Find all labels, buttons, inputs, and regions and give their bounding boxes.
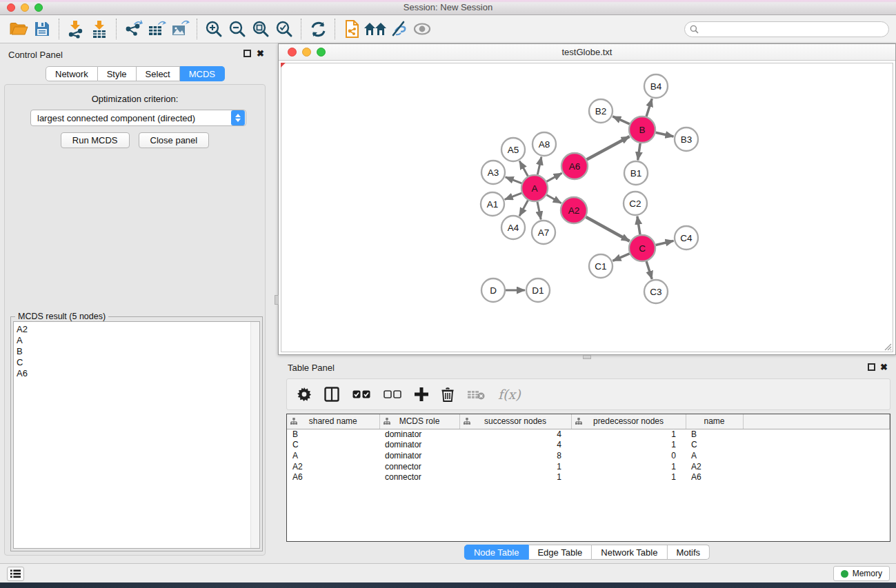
node-B[interactable]: B [629, 116, 655, 143]
table-row[interactable]: A2connector11A2 [287, 461, 890, 472]
result-item[interactable]: A2 [17, 324, 259, 335]
table-row[interactable]: Adominator80A [287, 450, 890, 461]
edge-B-B4[interactable] [646, 99, 652, 116]
deselect-all-button[interactable] [384, 390, 401, 399]
table-cell[interactable]: A6 [287, 472, 379, 483]
table-cell[interactable]: 1 [571, 440, 686, 451]
tab-edge-table[interactable]: Edge Table [528, 545, 592, 560]
float-panel-icon[interactable] [868, 363, 875, 371]
column-header-MCDS-role[interactable]: MCDS role [379, 414, 459, 429]
tab-select[interactable]: Select [137, 66, 180, 81]
column-header-name[interactable]: name [686, 414, 743, 429]
node-A2[interactable]: A2 [561, 197, 587, 223]
edge-A6-B[interactable] [587, 136, 630, 159]
network-canvas[interactable]: B4B2BB3A8A5A6A3B1AC2A1A2A4A7C4CC1C3DD1 [281, 63, 893, 352]
table-cell[interactable]: 8 [459, 450, 571, 461]
node-B4[interactable]: B4 [644, 74, 668, 98]
node-C4[interactable]: C4 [675, 226, 698, 250]
table-cell[interactable]: 1 [571, 429, 686, 440]
edge-B-B3[interactable] [656, 132, 674, 136]
table-row[interactable]: A6connector11A6 [287, 472, 890, 483]
edge-A-A2[interactable] [546, 195, 561, 203]
table-cell[interactable]: A6 [686, 472, 743, 483]
table-cell[interactable]: dominator [379, 450, 459, 461]
node-A3[interactable]: A3 [481, 161, 505, 184]
table-cell[interactable]: dominator [379, 429, 459, 440]
tab-motifs[interactable]: Motifs [667, 545, 710, 560]
edge-B-B1[interactable] [638, 143, 640, 160]
table-cell[interactable]: 0 [571, 450, 686, 461]
edge-B-B2[interactable] [613, 116, 629, 124]
task-history-button[interactable] [7, 567, 24, 581]
node-A4[interactable]: A4 [501, 216, 525, 239]
tab-node-table[interactable]: Node Table [464, 545, 529, 560]
table-cell[interactable]: A [287, 450, 379, 461]
network-graph[interactable]: B4B2BB3A8A5A6A3B1AC2A1A2A4A7C4CC1C3DD1 [281, 63, 894, 354]
open-session-button[interactable] [7, 18, 30, 40]
select-all-button[interactable] [352, 390, 370, 399]
table-cell[interactable]: C [686, 440, 743, 451]
criterion-select[interactable]: largest connected component (directed) [30, 110, 246, 126]
refresh-layout-button[interactable] [306, 18, 330, 40]
resize-grip-icon[interactable] [883, 342, 892, 351]
horizontal-splitter-handle[interactable] [583, 355, 591, 359]
node-D1[interactable]: D1 [526, 278, 550, 302]
search-input[interactable] [701, 24, 888, 34]
result-item[interactable]: B [17, 346, 259, 357]
table-cell[interactable]: 1 [459, 461, 571, 472]
result-scrollbar[interactable] [250, 322, 259, 548]
table-cell[interactable]: connector [379, 472, 459, 483]
hide-graphics-details-button[interactable] [387, 18, 410, 40]
node-D[interactable]: D [481, 278, 505, 302]
result-item[interactable]: A [17, 335, 259, 346]
table-cell[interactable]: 1 [459, 472, 571, 483]
edge-C-C3[interactable] [646, 261, 652, 279]
table-cell[interactable]: connector [379, 461, 459, 472]
edge-A-A4[interactable] [519, 201, 528, 216]
edge-A-A1[interactable] [505, 193, 522, 199]
tab-style[interactable]: Style [98, 66, 137, 81]
delete-column-button[interactable] [441, 387, 454, 402]
node-B1[interactable]: B1 [624, 161, 648, 185]
node-table[interactable]: shared nameMCDS rolesuccessor nodesprede… [286, 414, 890, 542]
node-C3[interactable]: C3 [644, 280, 668, 303]
node-A8[interactable]: A8 [532, 132, 556, 156]
table-cell[interactable]: 4 [459, 440, 571, 451]
table-row[interactable]: Bdominator41B [287, 429, 890, 440]
node-C2[interactable]: C2 [624, 192, 647, 215]
memory-button[interactable]: Memory [833, 566, 890, 581]
export-table-button[interactable] [145, 18, 168, 40]
run-mcds-button[interactable]: Run MCDS [61, 132, 130, 148]
table-cell[interactable]: A2 [287, 461, 379, 472]
node-A6[interactable]: A6 [561, 153, 588, 179]
node-A5[interactable]: A5 [501, 138, 525, 161]
new-network-from-selection-button[interactable] [340, 18, 364, 40]
table-cell[interactable]: 1 [571, 461, 686, 472]
close-panel-icon[interactable]: ✖ [257, 48, 264, 59]
edge-A-A5[interactable] [519, 161, 528, 176]
node-A1[interactable]: A1 [481, 192, 504, 216]
edge-A-A6[interactable] [547, 173, 562, 181]
zoom-out-button[interactable] [226, 18, 249, 40]
export-network-button[interactable] [121, 18, 145, 40]
import-table-button[interactable] [88, 18, 111, 40]
delete-table-button[interactable] [467, 389, 485, 401]
result-item[interactable]: A6 [17, 368, 259, 379]
column-header-predecessor-nodes[interactable]: predecessor nodes [571, 414, 686, 429]
node-C[interactable]: C [629, 235, 655, 261]
column-header-shared-name[interactable]: shared name [287, 414, 379, 429]
zoom-selected-button[interactable] [272, 18, 296, 40]
edge-C-C1[interactable] [613, 254, 629, 261]
show-hide-button[interactable] [410, 18, 434, 40]
result-item[interactable]: C [17, 357, 259, 368]
edge-C-C4[interactable] [655, 241, 673, 245]
edge-A-A8[interactable] [537, 157, 541, 175]
edge-A-A7[interactable] [537, 202, 541, 220]
home-button[interactable] [364, 18, 387, 40]
table-cell[interactable]: B [686, 429, 743, 440]
float-panel-icon[interactable] [243, 50, 251, 57]
tab-network-table[interactable]: Network Table [592, 545, 667, 560]
node-B3[interactable]: B3 [675, 128, 698, 151]
table-row[interactable]: Cdominator41C [287, 440, 890, 451]
import-network-button[interactable] [64, 18, 88, 40]
